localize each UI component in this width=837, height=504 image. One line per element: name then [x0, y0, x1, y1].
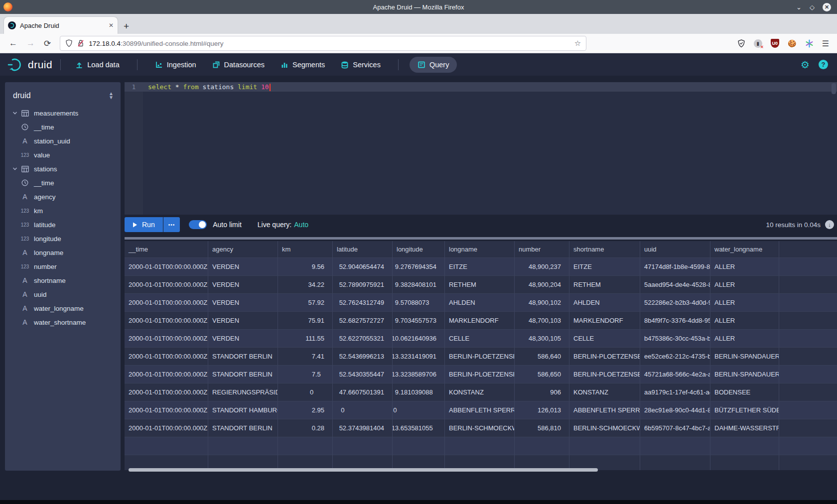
cell-agency[interactable]: VERDEN: [208, 294, 278, 312]
cell-km[interactable]: 7.41: [278, 348, 333, 366]
nav-item-datasources[interactable]: Datasources: [206, 57, 271, 72]
column-header-km[interactable]: km: [278, 241, 333, 258]
cell-agency[interactable]: VERDEN: [208, 312, 278, 330]
cell-longitude[interactable]: 10.0621640936: [393, 330, 445, 348]
column-header-agency[interactable]: agency: [208, 241, 278, 258]
cell-km[interactable]: 0: [278, 383, 333, 401]
sidebar-column-water_longname[interactable]: Awater_longname: [5, 301, 121, 315]
cell-__time[interactable]: 2000-01-01T00:00:00.000Z: [125, 366, 208, 383]
cell-agency[interactable]: VERDEN: [208, 258, 278, 276]
cell-water_longname[interactable]: ALLER: [710, 294, 779, 312]
cell-water_longname[interactable]: BERLIN-SPANDAUER-S: [710, 348, 779, 366]
horizontal-scrollbar[interactable]: [129, 468, 598, 472]
schema-sort-icon[interactable]: ▲▼: [109, 92, 114, 100]
cell-number[interactable]: 48,900,204: [515, 276, 569, 294]
cell-number[interactable]: 48,900,237: [515, 258, 569, 276]
cell-latitude[interactable]: 52.6827572727: [333, 312, 393, 330]
cell-longitude[interactable]: 9.2767694354: [393, 258, 445, 276]
cell-uuid[interactable]: 45721a68-566c-4e2a-a6: [640, 366, 710, 383]
cell-agency[interactable]: REGIERUNGSPRÄSIDIUM: [208, 383, 278, 401]
sidebar-column-station_uuid[interactable]: Astation_uuid: [5, 134, 121, 148]
editor-active-line[interactable]: 1 select * from stations limit 10: [125, 82, 837, 92]
cell-uuid[interactable]: aa9179c1-17ef-4c61-a48: [640, 383, 710, 401]
cell-__time[interactable]: 2000-01-01T00:00:00.000Z: [125, 383, 208, 401]
cell-shortname[interactable]: MARKLENDORF: [569, 312, 640, 330]
cell-longitude[interactable]: 13.3238589706: [393, 366, 445, 383]
cell-agency[interactable]: STANDORT BERLIN: [208, 348, 278, 366]
cell-shortname[interactable]: CELLE: [569, 330, 640, 348]
browser-menu-icon[interactable]: ☰: [822, 39, 829, 48]
cell-agency[interactable]: STANDORT BERLIN: [208, 419, 278, 437]
cell-longitude[interactable]: 13.653581055: [393, 419, 445, 437]
column-header-latitude[interactable]: latitude: [333, 241, 393, 258]
cell-uuid[interactable]: 522286e2-b2b3-4d0d-9a: [640, 294, 710, 312]
cell-__time[interactable]: 2000-01-01T00:00:00.000Z: [125, 330, 208, 348]
reload-button[interactable]: ⟳: [44, 38, 51, 49]
cell-water_longname[interactable]: ALLER: [710, 330, 779, 348]
cell-longname[interactable]: BERLIN-SCHMOECKWITZ: [445, 419, 515, 437]
cell-__time[interactable]: 2000-01-01T00:00:00.000Z: [125, 401, 208, 419]
column-header-longitude[interactable]: longitude: [393, 241, 445, 258]
sidebar-column-km[interactable]: 123km: [5, 204, 121, 218]
cell-__time[interactable]: 2000-01-01T00:00:00.000Z: [125, 312, 208, 330]
cell-water_longname[interactable]: BÜTZFLETHER SÜDERE: [710, 401, 779, 419]
cell-km[interactable]: 57.92: [278, 294, 333, 312]
window-close-icon[interactable]: ✕: [823, 3, 831, 11]
cell-agency[interactable]: STANDORT HAMBURG: [208, 401, 278, 419]
cell-number[interactable]: 48,900,102: [515, 294, 569, 312]
sidebar-column-shortname[interactable]: Ashortname: [5, 273, 121, 287]
column-header-longname[interactable]: longname: [445, 241, 515, 258]
cell-uuid[interactable]: 6b595707-8c47-4bc7-a8: [640, 419, 710, 437]
cell-longitude[interactable]: 9.3828408101: [393, 276, 445, 294]
cell-longname[interactable]: EITZE: [445, 258, 515, 276]
download-icon[interactable]: ↓: [825, 220, 834, 229]
editor-scrollbar[interactable]: [832, 83, 836, 94]
help-icon[interactable]: ?: [819, 60, 828, 69]
cell-km[interactable]: 111.55: [278, 330, 333, 348]
run-button[interactable]: Run: [125, 217, 163, 232]
cell-km[interactable]: 9.56: [278, 258, 333, 276]
sidebar-column-__time[interactable]: __time: [5, 120, 121, 134]
cell-km[interactable]: 34.22: [278, 276, 333, 294]
live-query-value[interactable]: Auto: [294, 221, 308, 229]
cell-km[interactable]: 0.28: [278, 419, 333, 437]
cell-number[interactable]: 126,013: [515, 401, 569, 419]
cell-longname[interactable]: BERLIN-PLOETZENSEE U: [445, 366, 515, 383]
cell-latitude[interactable]: 52.3743981404: [333, 419, 393, 437]
sidebar-table-measurements[interactable]: measurements: [5, 106, 121, 120]
column-header-number[interactable]: number: [515, 241, 569, 258]
new-tab-button[interactable]: +: [124, 21, 129, 31]
cell-uuid[interactable]: 8b4f9f7c-3376-4dd8-95c: [640, 312, 710, 330]
cell-latitude[interactable]: 0: [333, 401, 393, 419]
sidebar-column-agency[interactable]: Aagency: [5, 190, 121, 204]
cell-number[interactable]: 48,700,103: [515, 312, 569, 330]
sidebar-column-value[interactable]: 123value: [5, 148, 121, 162]
cell-__time[interactable]: 2000-01-01T00:00:00.000Z: [125, 348, 208, 366]
column-header-uuid[interactable]: uuid: [640, 241, 710, 258]
snowflake-extension-icon[interactable]: [805, 39, 814, 48]
mask-extension-icon[interactable]: ▮: [754, 39, 762, 48]
column-header-shortname[interactable]: shortname: [569, 241, 640, 258]
sql-editor[interactable]: 1 select * from stations limit 10: [125, 82, 837, 215]
cell-longitude[interactable]: 9.181039088: [393, 383, 445, 401]
bookmark-star-icon[interactable]: ☆: [574, 39, 581, 48]
tab-apache-druid[interactable]: Apache Druid ✕: [4, 17, 118, 34]
column-header-__time[interactable]: __time: [125, 241, 208, 258]
sidebar-column-__time[interactable]: __time: [5, 176, 121, 190]
cell-__time[interactable]: 2000-01-01T00:00:00.000Z: [125, 258, 208, 276]
cell-water_longname[interactable]: BODENSEE: [710, 383, 779, 401]
privacy-shield-extension-icon[interactable]: [737, 39, 745, 48]
cell-__time[interactable]: 2000-01-01T00:00:00.000Z: [125, 419, 208, 437]
cell-km[interactable]: 75.91: [278, 312, 333, 330]
nav-item-query[interactable]: Query: [410, 57, 457, 73]
cell-longname[interactable]: MARKLENDORF: [445, 312, 515, 330]
cell-longname[interactable]: BERLIN-PLOETZENSEE O: [445, 348, 515, 366]
shield-icon[interactable]: [65, 39, 73, 47]
cell-longname[interactable]: KONSTANZ: [445, 383, 515, 401]
sidebar-column-longitude[interactable]: 123longitude: [5, 232, 121, 246]
chevron-down-icon[interactable]: [12, 110, 20, 116]
tab-close-icon[interactable]: ✕: [109, 22, 114, 29]
cell-longname[interactable]: RETHEM: [445, 276, 515, 294]
cookie-extension-icon[interactable]: 🍪: [788, 39, 797, 48]
cell-number[interactable]: 586,810: [515, 419, 569, 437]
